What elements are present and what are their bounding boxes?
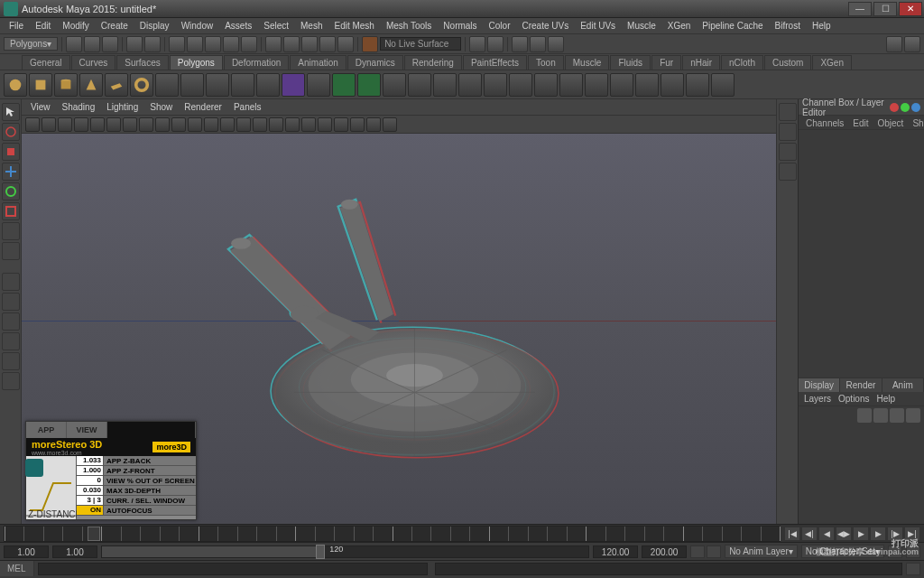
anim-layer-dropdown[interactable]: No Anim Layer▾ <box>725 545 798 558</box>
vp-bookmark-icon[interactable] <box>58 117 72 132</box>
poly-cube-icon[interactable] <box>29 73 52 97</box>
menu-window[interactable]: Window <box>176 19 219 33</box>
vp-menu-renderer[interactable]: Renderer <box>179 100 227 114</box>
vp-film-gate-icon[interactable] <box>123 117 137 132</box>
poly-helix-icon[interactable] <box>231 73 254 97</box>
layer-new-empty-icon[interactable] <box>890 408 904 423</box>
minimize-button[interactable]: — <box>848 2 872 16</box>
dot-red-icon[interactable] <box>890 103 899 112</box>
poly-extrude-icon[interactable] <box>383 73 406 97</box>
construction-history-button[interactable] <box>487 36 504 52</box>
menu-assets[interactable]: Assets <box>219 19 257 33</box>
undo-button[interactable] <box>126 36 143 52</box>
script-editor-button[interactable] <box>906 563 920 575</box>
select-comp-button[interactable] <box>241 36 257 52</box>
shelf-tab-deformation[interactable]: Deformation <box>224 55 289 70</box>
poly-bridge-icon[interactable] <box>484 73 507 97</box>
shelf-tab-painteffects[interactable]: PaintEffects <box>463 55 527 70</box>
vp-isolate-icon[interactable] <box>285 117 300 132</box>
viewport-canvas[interactable]: APP VIEW moreStereo 3D www.more3d.com mo… <box>22 134 776 524</box>
command-input[interactable] <box>38 563 428 575</box>
layer-move-down-icon[interactable] <box>873 408 888 423</box>
poly-cylinder-icon[interactable] <box>54 73 78 97</box>
shelf-tab-toon[interactable]: Toon <box>528 55 564 70</box>
select-obj-button[interactable] <box>223 36 239 52</box>
layer-tab-render[interactable]: Render <box>840 378 882 392</box>
poly-smooth-icon[interactable] <box>433 73 457 97</box>
poly-cut-icon[interactable] <box>559 73 583 97</box>
hypershade-icon[interactable] <box>2 352 20 370</box>
menu-xgen[interactable]: XGen <box>662 19 697 33</box>
poly-append-icon[interactable] <box>509 73 532 97</box>
shelf-tab-custom[interactable]: Custom <box>764 55 811 70</box>
layer-menu-layers[interactable]: Layers <box>804 394 831 404</box>
select-all-button[interactable] <box>187 36 203 52</box>
modeling-toolkit-toggle[interactable] <box>779 163 797 181</box>
shelf-tab-general[interactable]: General <box>22 55 70 70</box>
menu-edit-uvs[interactable]: Edit UVs <box>575 19 621 33</box>
poly-plane-icon[interactable] <box>105 73 128 97</box>
time-ruler[interactable] <box>4 526 781 542</box>
anim-start-field[interactable]: 1.00 <box>4 545 49 558</box>
poly-uv2-icon[interactable] <box>711 73 735 97</box>
playback-end-field[interactable]: 120.00 <box>593 545 638 558</box>
shelf-tab-rendering[interactable]: Rendering <box>404 55 462 70</box>
poly-mirror-icon[interactable] <box>610 73 633 97</box>
layer-tab-display[interactable]: Display <box>799 378 840 392</box>
render-button[interactable] <box>512 36 528 52</box>
poly-sphere-icon[interactable] <box>4 73 27 97</box>
vp-safe-title-icon[interactable] <box>188 117 202 132</box>
vp-menu-panels[interactable]: Panels <box>228 100 267 114</box>
four-view-icon[interactable] <box>2 293 20 311</box>
playback-start-field[interactable]: 1.00 <box>52 545 97 558</box>
maximize-button[interactable]: ☐ <box>873 2 897 16</box>
snap-grid-button[interactable] <box>265 36 282 52</box>
menu-help[interactable]: Help <box>807 19 836 33</box>
lasso-tool[interactable] <box>2 123 20 141</box>
maya-home-icon[interactable] <box>25 459 43 477</box>
command-lang-label[interactable]: MEL <box>0 561 34 576</box>
ch-sub-object[interactable]: Object <box>874 117 908 127</box>
snap-point-button[interactable] <box>301 36 318 52</box>
close-button[interactable]: ✕ <box>899 2 922 16</box>
single-view-icon[interactable] <box>2 273 20 291</box>
snap-live-button[interactable] <box>337 36 354 52</box>
layer-new-selected-icon[interactable] <box>906 408 920 423</box>
anim-end-field[interactable]: 200.00 <box>642 545 687 558</box>
vp-shaded-icon[interactable] <box>220 117 235 132</box>
vp-shadows-icon[interactable] <box>269 117 283 132</box>
menu-create-uvs[interactable]: Create UVs <box>516 19 574 33</box>
layer-move-up-icon[interactable] <box>857 408 872 423</box>
menu-create[interactable]: Create <box>96 19 134 33</box>
poly-type-icon[interactable] <box>307 73 330 97</box>
render-settings-button[interactable] <box>548 36 564 52</box>
shelf-tab-muscle[interactable]: Muscle <box>565 55 610 70</box>
current-time-marker[interactable] <box>88 527 100 541</box>
menu-muscle[interactable]: Muscle <box>622 19 661 33</box>
attr-editor-toggle[interactable] <box>779 103 797 121</box>
dot-blue-icon[interactable] <box>911 103 920 112</box>
select-mask-button[interactable] <box>169 36 185 52</box>
account-icon[interactable] <box>886 36 902 52</box>
shelf-tab-fur[interactable]: Fur <box>651 55 681 70</box>
paint-select-tool[interactable] <box>2 143 20 161</box>
range-reset-icon[interactable] <box>690 545 705 558</box>
menu-modify[interactable]: Modify <box>57 19 94 33</box>
range-handle[interactable]: 120 <box>316 545 325 559</box>
menu-set-dropdown[interactable]: Polygons▾ <box>4 37 58 51</box>
menu-file[interactable]: File <box>4 19 29 33</box>
manip-tool[interactable] <box>2 222 20 240</box>
dot-green-icon[interactable] <box>901 103 910 112</box>
shelf-tab-surfaces[interactable]: Surfaces <box>116 55 168 70</box>
shelf-tab-animation[interactable]: Animation <box>290 55 346 70</box>
poly-cone-icon[interactable] <box>79 73 103 97</box>
layer-tab-anim[interactable]: Anim <box>882 378 924 392</box>
layer-menu-options[interactable]: Options <box>838 394 869 404</box>
move-tool[interactable] <box>2 163 20 181</box>
persp-graph-icon[interactable] <box>2 332 20 350</box>
live-surface-field[interactable]: No Live Surface <box>380 37 461 51</box>
menu-display[interactable]: Display <box>134 19 175 33</box>
select-hier-button[interactable] <box>205 36 221 52</box>
ipr-button[interactable] <box>530 36 546 52</box>
persp-outliner-icon[interactable] <box>2 312 20 331</box>
